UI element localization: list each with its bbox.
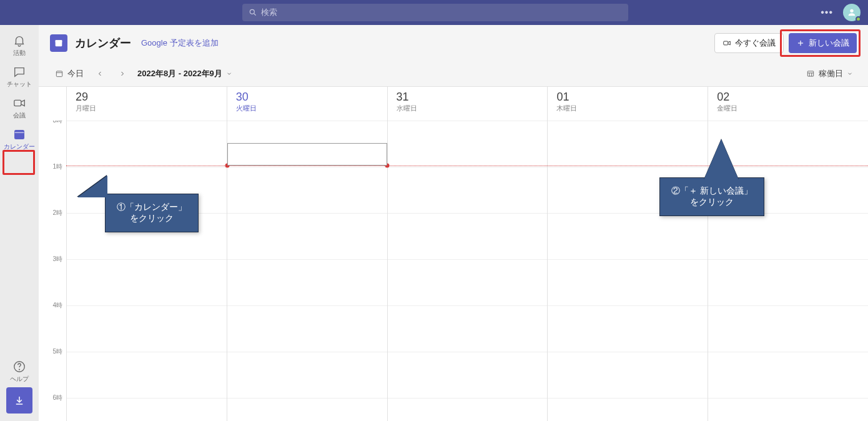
view-switcher[interactable]: 稼働日 (806, 68, 857, 79)
rail-meetings[interactable]: 会議 (0, 92, 39, 124)
svg-rect-13 (56, 71, 62, 77)
rail-calendar[interactable]: カレンダー (0, 124, 39, 155)
rail-label: 会議 (13, 111, 26, 120)
time-label: 1時 (39, 162, 66, 171)
annotation-callout-1: ①「カレンダー」 をクリック (105, 194, 199, 232)
day-name: 金曜日 (717, 104, 859, 113)
plus-icon (796, 39, 805, 47)
today-button[interactable]: 今日 (50, 66, 89, 82)
person-icon (847, 7, 857, 17)
calendar-toolbar: 今日 2022年8月 - 2022年9月 稼働日 (39, 61, 868, 86)
help-icon (12, 360, 26, 374)
svg-rect-10 (724, 41, 728, 45)
time-label: 2時 (39, 209, 66, 217)
more-menu[interactable]: ••• (821, 7, 833, 18)
date-range-label: 2022年8月 - 2022年9月 (137, 68, 222, 79)
presence-indicator (856, 16, 861, 22)
svg-rect-4 (15, 131, 24, 139)
svg-rect-15 (807, 71, 813, 76)
chat-icon (12, 65, 26, 79)
view-label: 稼働日 (819, 68, 843, 79)
download-button[interactable] (6, 387, 32, 414)
chevron-right-icon (119, 70, 126, 77)
day-headers: 29 月曜日 30 火曜日 31 水曜日 01 木曜日 02 金曜日 (66, 87, 868, 121)
rail-help[interactable]: ヘルプ (0, 356, 39, 387)
callout-text: ②「＋ 新しい会議」 (671, 186, 752, 196)
video-icon (723, 39, 731, 47)
search-icon (249, 8, 257, 17)
time-label: 0時 (39, 121, 66, 125)
time-label: 6時 (39, 394, 66, 402)
callout-text: ①「カレンダー」 (117, 202, 187, 212)
time-label: 4時 (39, 301, 66, 310)
calendar-app-icon (50, 34, 67, 52)
svg-point-7 (19, 369, 20, 370)
rail-activity[interactable]: 活動 (0, 30, 39, 61)
day-number: 01 (556, 91, 699, 104)
time-label: 5時 (39, 347, 66, 356)
svg-line-1 (254, 14, 256, 16)
day-number: 29 (76, 91, 218, 104)
grid-icon (806, 69, 815, 78)
day-name: 火曜日 (236, 104, 378, 113)
calendar-icon (54, 38, 64, 48)
grid-body[interactable]: 0時 1時 2時 3時 4時 5時 6時 (39, 121, 868, 421)
day-name: 木曜日 (556, 104, 699, 113)
date-range-picker[interactable]: 2022年8月 - 2022年9月 (137, 68, 232, 79)
day-header[interactable]: 31 水曜日 (387, 87, 548, 121)
svg-point-2 (850, 9, 853, 12)
day-number: 31 (397, 91, 539, 104)
calendar-grid: 29 月曜日 30 火曜日 31 水曜日 01 木曜日 02 金曜日 0時 (39, 86, 868, 421)
rail-label: 活動 (13, 49, 26, 57)
rail-chat[interactable]: チャット (0, 61, 39, 92)
current-time-line (66, 166, 868, 166)
video-icon (12, 96, 26, 110)
title-bar: 検索 ••• (0, 0, 868, 25)
button-label: 今すぐ会議 (735, 37, 776, 49)
page-title: カレンダー (75, 36, 131, 51)
rail-label: ヘルプ (10, 375, 29, 384)
avatar[interactable] (843, 4, 861, 21)
svg-rect-3 (14, 100, 21, 106)
day-number: 02 (717, 91, 859, 104)
search-box[interactable]: 検索 (242, 4, 628, 21)
bell-icon (12, 34, 26, 47)
callout-text: をクリック (671, 197, 752, 208)
callout-text: をクリック (117, 213, 187, 224)
calendar-icon (12, 127, 26, 141)
chevron-left-icon (96, 70, 104, 77)
button-label: 新しい会議 (809, 37, 849, 49)
app-rail: 活動 チャット 会議 カレンダー ヘルプ (0, 25, 39, 421)
rail-label: カレンダー (4, 142, 35, 151)
add-google-calendar-link[interactable]: Google 予定表を追加 (141, 37, 219, 49)
chevron-down-icon (226, 71, 232, 77)
svg-point-0 (250, 9, 254, 14)
selected-timeslot[interactable] (227, 143, 387, 166)
search-placeholder: 検索 (261, 7, 277, 18)
day-header-today[interactable]: 30 火曜日 (227, 87, 387, 121)
day-number: 30 (236, 91, 378, 104)
download-icon (14, 395, 25, 406)
time-label: 3時 (39, 255, 66, 264)
button-label: 今日 (67, 68, 84, 79)
day-header[interactable]: 01 木曜日 (547, 87, 708, 121)
rail-label: チャット (7, 80, 32, 89)
meet-now-button[interactable]: 今すぐ会議 (714, 33, 784, 53)
annotation-callout-2: ②「＋ 新しい会議」 をクリック (659, 177, 764, 216)
new-meeting-button[interactable]: 新しい会議 (789, 33, 857, 53)
time-gutter: 0時 1時 2時 3時 4時 5時 6時 (39, 121, 66, 421)
day-name: 水曜日 (397, 104, 539, 113)
prev-button[interactable] (91, 65, 109, 82)
day-name: 月曜日 (76, 104, 218, 113)
calendar-today-icon (55, 69, 64, 78)
svg-rect-9 (56, 40, 62, 42)
day-header[interactable]: 02 金曜日 (708, 87, 868, 121)
day-header[interactable]: 29 月曜日 (66, 87, 227, 121)
new-meeting-wrap: 新しい会議 (784, 33, 857, 53)
chevron-down-icon (847, 71, 853, 77)
next-button[interactable] (114, 65, 131, 82)
page-header: カレンダー Google 予定表を追加 今すぐ会議 新しい会議 (39, 25, 868, 61)
